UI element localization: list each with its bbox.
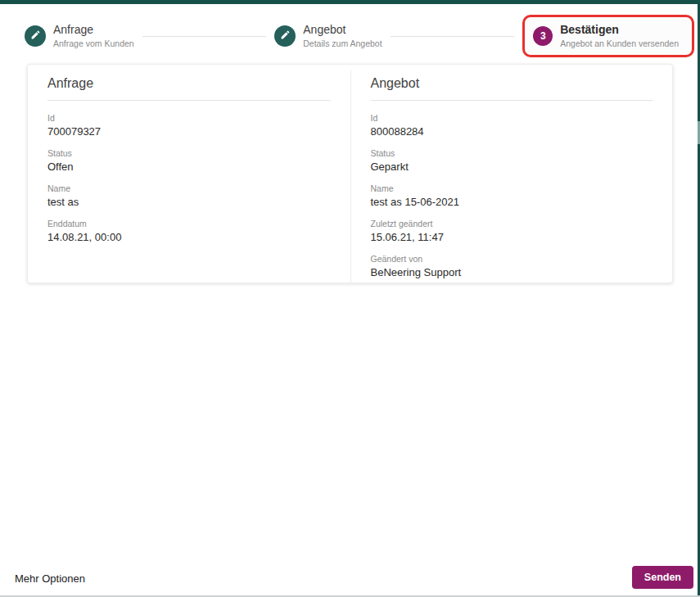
panel-angebot: Angebot Id 800088284 Status Geparkt Name…: [350, 70, 673, 283]
field-value: test as: [47, 196, 331, 208]
field-name: Name test as 15-06-2021: [371, 183, 653, 208]
step-connector: [391, 36, 515, 37]
panel-anfrage: Anfrage Id 700079327 Status Offen Name t…: [28, 70, 350, 283]
summary-card: Anfrage Id 700079327 Status Offen Name t…: [27, 64, 673, 283]
field-label: Id: [47, 113, 331, 123]
step-title: Bestätigen: [560, 23, 679, 38]
field-name: Name test as: [47, 183, 331, 208]
wizard-stepper: Anfrage Anfrage vom Kunden Angebot Detai…: [25, 11, 694, 61]
step-subtitle: Details zum Angebot: [303, 38, 382, 49]
step-angebot[interactable]: Angebot Details zum Angebot: [274, 23, 382, 49]
step-angebot-text: Angebot Details zum Angebot: [303, 23, 382, 49]
field-id: Id 700079327: [47, 113, 331, 138]
field-label: Geändert von: [371, 254, 653, 264]
step-bestaetigen-circle: 3: [533, 26, 553, 46]
field-status: Status Geparkt: [371, 148, 653, 173]
field-value: BeNeering Support: [371, 266, 653, 278]
more-options-button[interactable]: Mehr Optionen: [15, 572, 85, 585]
panel-title: Anfrage: [47, 76, 331, 101]
field-value: 800088284: [371, 125, 653, 138]
step-subtitle: Angebot an Kunden versenden: [560, 38, 679, 49]
field-value: 15.06.21, 11:47: [371, 231, 653, 243]
field-id: Id 800088284: [371, 113, 653, 138]
field-value: 14.08.21, 00:00: [47, 231, 331, 243]
step-title: Angebot: [303, 23, 382, 38]
field-label: Id: [371, 113, 653, 123]
send-button[interactable]: Senden: [632, 566, 693, 589]
edit-pencil-icon: [30, 29, 41, 43]
field-label: Zuletzt geändert: [371, 219, 653, 228]
field-zuletzt-geaendert: Zuletzt geändert 15.06.21, 11:47: [371, 219, 653, 243]
field-geaendert-von: Geändert von BeNeering Support: [371, 254, 653, 278]
field-value: Geparkt: [371, 161, 653, 173]
field-label: Status: [47, 148, 331, 158]
step-connector: [142, 36, 267, 37]
field-status: Status Offen: [47, 148, 331, 173]
field-label: Enddatum: [47, 219, 331, 228]
step-anfrage-circle: [25, 25, 46, 47]
step-anfrage[interactable]: Anfrage Anfrage vom Kunden: [25, 23, 134, 49]
field-label: Status: [371, 148, 653, 158]
edit-pencil-icon: [280, 29, 291, 43]
step-title: Anfrage: [53, 23, 134, 38]
field-enddatum: Enddatum 14.08.21, 00:00: [47, 219, 331, 243]
step-subtitle: Anfrage vom Kunden: [53, 38, 134, 49]
field-value: test as 15-06-2021: [371, 196, 653, 208]
field-label: Name: [371, 183, 653, 193]
window-top-border: [0, 0, 700, 4]
step-bestaetigen-text: Bestätigen Angebot an Kunden versenden: [560, 23, 679, 49]
step-angebot-circle: [274, 25, 296, 47]
red-highlight-annotation: 3 Bestätigen Angebot an Kunden versenden: [522, 15, 694, 57]
step-bestaetigen[interactable]: 3 Bestätigen Angebot an Kunden versenden: [533, 23, 679, 49]
field-value: Offen: [47, 161, 331, 173]
step-number: 3: [540, 30, 546, 42]
panel-title: Angebot: [371, 76, 653, 101]
field-value: 700079327: [47, 125, 331, 138]
step-anfrage-text: Anfrage Anfrage vom Kunden: [53, 23, 134, 49]
field-label: Name: [47, 183, 331, 193]
